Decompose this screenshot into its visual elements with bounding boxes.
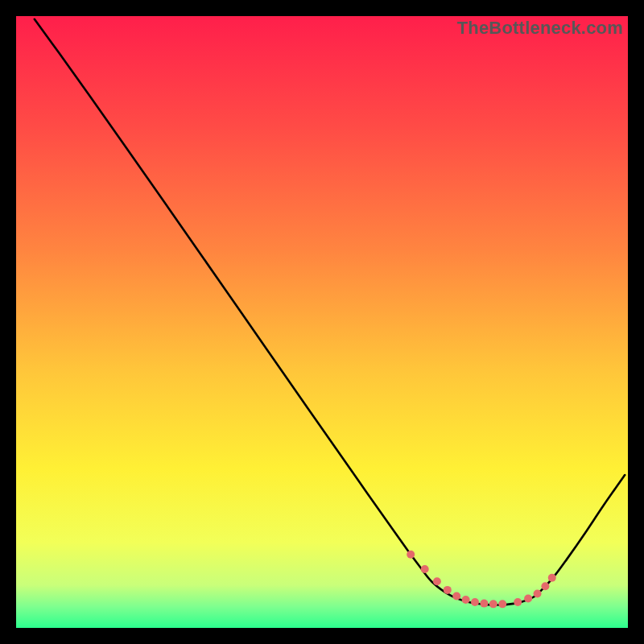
chart-frame: TheBottleneck.com bbox=[16, 16, 628, 628]
marker-point bbox=[489, 600, 497, 608]
marker-point bbox=[471, 598, 479, 606]
marker-point bbox=[534, 589, 542, 597]
marker-point bbox=[421, 565, 429, 573]
marker-point bbox=[524, 595, 532, 603]
marker-point bbox=[480, 600, 488, 608]
marker-point bbox=[541, 582, 549, 590]
marker-point bbox=[548, 574, 556, 582]
watermark-text: TheBottleneck.com bbox=[457, 18, 623, 39]
chart-svg bbox=[16, 16, 628, 628]
gradient-fill bbox=[16, 16, 628, 628]
marker-point bbox=[462, 596, 470, 604]
marker-point bbox=[514, 598, 522, 606]
marker-point bbox=[433, 577, 441, 585]
marker-point bbox=[407, 551, 415, 559]
marker-point bbox=[498, 600, 506, 608]
marker-point bbox=[444, 586, 452, 594]
marker-point bbox=[452, 592, 460, 600]
